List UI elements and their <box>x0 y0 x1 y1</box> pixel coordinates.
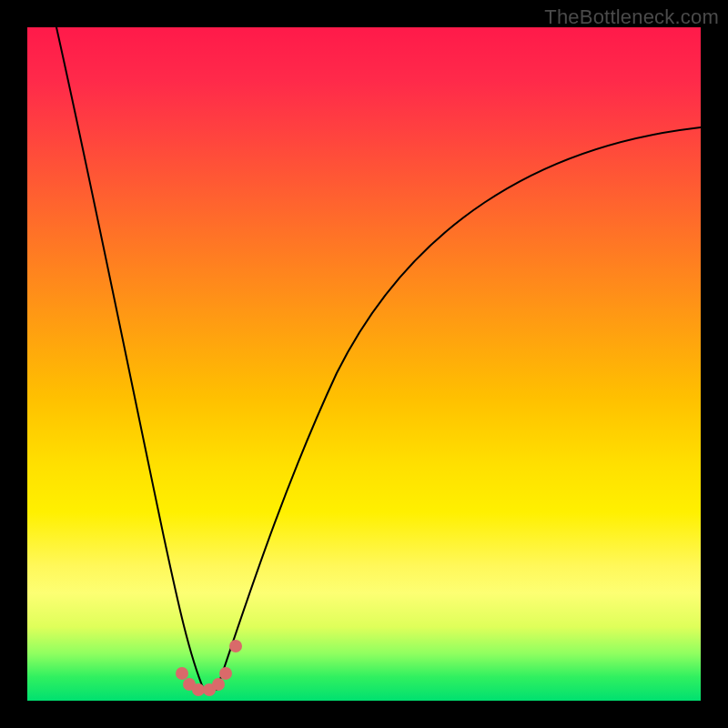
watermark-label: TheBottleneck.com <box>544 5 719 29</box>
marker-dot <box>229 640 242 652</box>
chart-area <box>27 27 701 701</box>
curve-left-branch <box>56 27 204 690</box>
marker-dot <box>219 667 232 680</box>
curve-right-branch <box>217 127 701 690</box>
marker-dot <box>176 667 188 680</box>
marker-dot <box>212 678 225 691</box>
marker-dot <box>192 683 205 696</box>
curve-plot <box>27 27 701 701</box>
